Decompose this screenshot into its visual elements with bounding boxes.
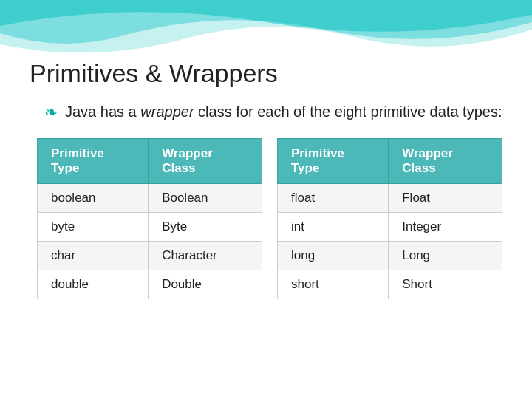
tables-container: Primitive Type Wrapper Class boolean Boo… (37, 138, 502, 299)
left-table-row4-col2: Double (149, 270, 262, 299)
bullet-icon: ❧ (44, 103, 58, 122)
right-table-row3-col2: Long (389, 242, 502, 270)
left-table: Primitive Type Wrapper Class boolean Boo… (37, 138, 262, 299)
right-table-row2-col2: Integer (389, 213, 502, 242)
left-table-row1-col2: Boolean (149, 184, 262, 213)
right-table-row4-col2: Short (389, 270, 502, 299)
main-content: Primitives & Wrappers ❧ Java has a wrapp… (0, 0, 532, 314)
left-table-row1-col1: boolean (38, 184, 149, 213)
right-table-row3-col1: long (278, 242, 389, 270)
right-table: Primitive Type Wrapper Class float Float… (277, 138, 502, 299)
left-table-row3-col2: Character (149, 242, 262, 270)
left-table-row2-col1: byte (38, 213, 149, 242)
bullet-point: ❧ Java has a wrapper class for each of t… (44, 101, 502, 122)
right-table-row1-col1: float (278, 184, 389, 213)
table-row: byte Byte (38, 213, 262, 242)
table-row: float Float (278, 184, 502, 213)
bullet-text: Java has a wrapper class for each of the… (65, 101, 502, 122)
table-row: long Long (278, 242, 502, 270)
left-table-row4-col1: double (38, 270, 149, 299)
left-table-header-col2: Wrapper Class (149, 139, 262, 184)
right-table-row2-col1: int (278, 213, 389, 242)
page-title: Primitives & Wrappers (30, 59, 502, 88)
table-row: char Character (38, 242, 262, 270)
right-table-header-col2: Wrapper Class (389, 139, 502, 184)
right-table-row1-col2: Float (389, 184, 502, 213)
left-table-header-col1: Primitive Type (38, 139, 149, 184)
left-table-row2-col2: Byte (149, 213, 262, 242)
table-row: int Integer (278, 213, 502, 242)
right-table-row4-col1: short (278, 270, 389, 299)
table-row: boolean Boolean (38, 184, 262, 213)
table-row: short Short (278, 270, 502, 299)
table-row: double Double (38, 270, 262, 299)
left-table-row3-col1: char (38, 242, 149, 270)
right-table-header-col1: Primitive Type (278, 139, 389, 184)
